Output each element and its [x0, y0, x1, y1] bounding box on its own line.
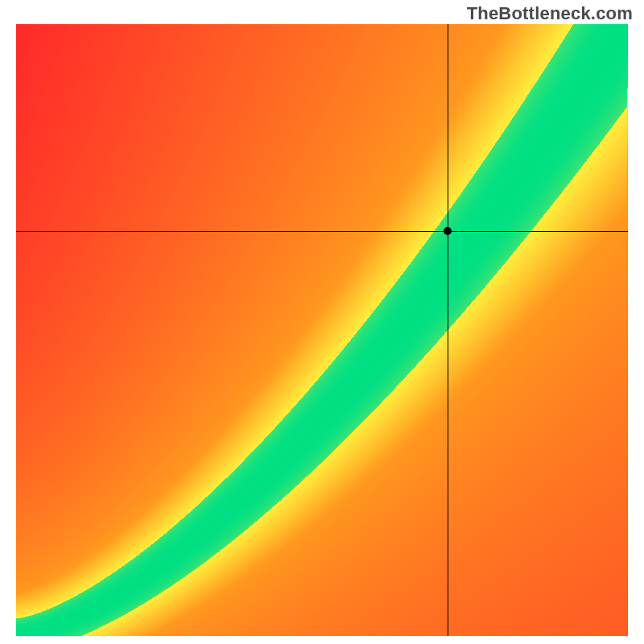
data-point-marker [444, 227, 452, 235]
plot-frame [16, 24, 628, 636]
crosshair-horizontal [16, 231, 628, 232]
chart-container: TheBottleneck.com [0, 0, 644, 644]
watermark-text: TheBottleneck.com [467, 3, 633, 24]
heatmap-plot [16, 24, 628, 636]
crosshair-vertical [448, 24, 448, 636]
